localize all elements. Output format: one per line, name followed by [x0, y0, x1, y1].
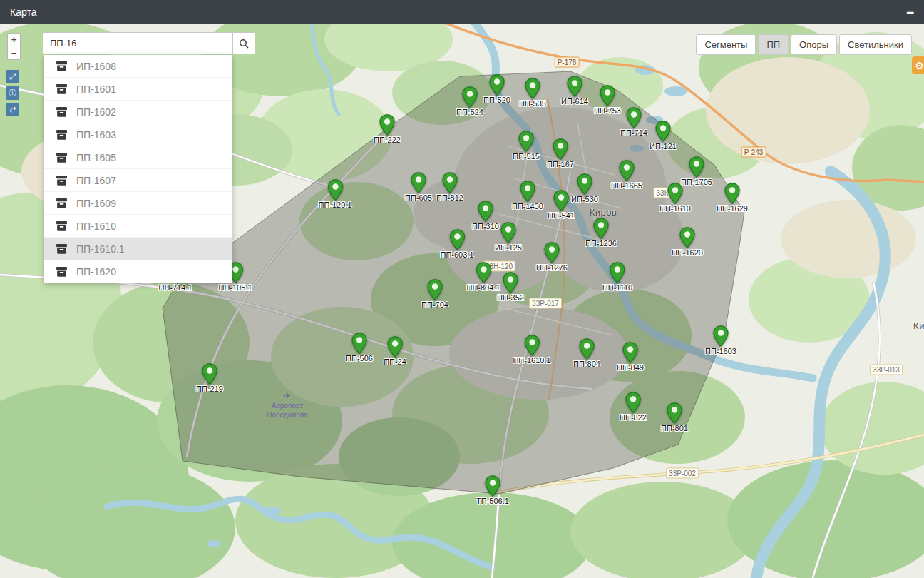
map-pin[interactable]: ПП-849 — [617, 342, 644, 372]
suggestion-item[interactable]: ПП-1610.1 — [44, 238, 232, 260]
archive-box-icon — [56, 107, 67, 117]
map-pin[interactable]: ПП-222 — [374, 114, 401, 144]
archive-box-icon — [56, 176, 67, 186]
layers-swap-button[interactable]: ⇄ — [6, 103, 19, 116]
pin-icon — [622, 342, 638, 363]
settings-gear-button[interactable]: ⚙ — [912, 56, 924, 74]
map-pin[interactable]: ПП-1603 — [705, 325, 736, 355]
map-pin-label: ПП-520 — [483, 96, 510, 104]
window-title: Карта — [10, 6, 36, 18]
map-pin-label: ИП-121 — [650, 142, 677, 151]
map-pin[interactable]: ПП-812 — [436, 172, 463, 202]
map-pin[interactable]: ПП-603.1 — [440, 229, 473, 259]
zoom-out-button[interactable]: − — [7, 46, 21, 60]
pin-icon — [625, 392, 641, 413]
pin-icon — [600, 85, 615, 106]
suggestion-item[interactable]: ПП-1609 — [44, 192, 232, 215]
pin-icon — [713, 325, 729, 347]
map-pin[interactable]: ПП-605 — [405, 172, 432, 202]
archive-box-icon — [56, 198, 67, 208]
map-pin[interactable]: ПП-753 — [594, 85, 621, 115]
pin-icon — [593, 218, 609, 239]
suggestion-label: ИП-1608 — [76, 61, 116, 72]
map-pin[interactable]: ПП-1276 — [536, 242, 568, 272]
map-pin[interactable]: ПП-804 — [573, 338, 600, 368]
suggestion-label: ПП-1620 — [76, 266, 116, 278]
suggestion-item[interactable]: ИП-1608 — [44, 55, 232, 78]
map-pin[interactable]: ПП-822 — [620, 392, 647, 422]
map-pin[interactable]: ПП-1430 — [512, 181, 543, 211]
map-pin[interactable]: ПП-1610.1 — [513, 335, 550, 365]
map-pin[interactable]: ПП-1610 — [659, 183, 691, 213]
map-pin[interactable]: ПП-120.1 — [318, 179, 351, 209]
archive-box-icon — [56, 153, 67, 163]
pin-icon — [462, 86, 478, 108]
map-pin-label: ПП-714 — [620, 128, 647, 137]
suggestion-label: ПП-1607 — [76, 175, 116, 186]
suggestion-item[interactable]: ПП-1602 — [44, 101, 232, 123]
map-pin[interactable]: ПП-167 — [547, 138, 574, 168]
map-pin[interactable]: ПП-219 — [196, 363, 223, 393]
pin-icon — [449, 229, 465, 250]
fullscreen-button[interactable]: ⤢ — [6, 70, 19, 83]
map-pin[interactable]: ПП-804.1 — [466, 262, 500, 292]
map-pin[interactable]: ПП-1110 — [602, 262, 632, 292]
minimize-button[interactable]: − — [906, 6, 914, 19]
map-pin-label: ПП-1629 — [717, 204, 748, 213]
map-pin[interactable]: ИП-614 — [561, 76, 588, 106]
map-pin[interactable]: ПП-714 — [620, 107, 647, 137]
map-pin-label: ПП-535 — [519, 99, 546, 108]
pin-icon — [577, 173, 592, 195]
map-pin-label: ПП-714.1 — [158, 283, 192, 292]
suggestion-label: ПП-1605 — [76, 152, 116, 163]
map-pin[interactable]: ПП-1620 — [672, 227, 703, 257]
pin-icon — [489, 74, 505, 96]
map-pin[interactable]: ПП-704 — [421, 279, 448, 309]
map-pin[interactable]: ПП-1629 — [717, 183, 748, 213]
map-pin[interactable]: ТП-506.1 — [476, 475, 509, 505]
search-button[interactable] — [233, 32, 255, 54]
map-pin[interactable]: ИП-121 — [650, 121, 677, 151]
map-pin[interactable]: ПП-801 — [661, 402, 688, 432]
map-pin-label: ПП-812 — [436, 193, 463, 202]
map-pin[interactable]: ПП-520 — [483, 74, 510, 104]
suggestion-item[interactable]: ПП-1620 — [44, 260, 232, 283]
map-pin[interactable]: ПП-541 — [548, 190, 575, 220]
search-input[interactable] — [43, 32, 233, 54]
map-pin[interactable]: ПП-1236 — [585, 218, 617, 248]
map-pin-label: ПП-822 — [620, 413, 647, 422]
suggestion-item[interactable]: ПП-1603 — [44, 123, 232, 146]
suggestion-item[interactable]: ПП-1607 — [44, 169, 232, 192]
pin-icon — [567, 76, 582, 97]
map-pin[interactable]: ПП-524 — [456, 86, 483, 116]
map-pin-label: ПП-849 — [617, 363, 644, 372]
filter-segments-button[interactable]: Сегменты — [696, 34, 756, 55]
suggestion-item[interactable]: ПП-1605 — [44, 146, 232, 169]
map-pin[interactable]: ПП-1665 — [611, 160, 642, 190]
map-pin-label: ПП-515 — [513, 152, 540, 161]
map-pin[interactable]: ПП-515 — [513, 131, 540, 161]
filter-pp-button[interactable]: ПП — [758, 34, 789, 55]
map-pin[interactable]: ПП-506 — [346, 333, 373, 362]
map-pin[interactable]: ИП-530 — [571, 173, 598, 203]
map-pin[interactable]: ПП-352 — [497, 272, 524, 302]
filter-svetilniki-button[interactable]: Светильники — [839, 34, 912, 55]
search-suggestions: ИП-1608 ПП-1601 ПП-1602 — [44, 55, 232, 283]
map-pin[interactable]: ПП-535 — [519, 78, 546, 108]
pin-icon — [520, 181, 535, 202]
filter-opory-button[interactable]: Опоры — [791, 34, 837, 55]
map-pin-label: ПП-801 — [661, 424, 688, 432]
pin-icon — [379, 114, 395, 136]
map-pin[interactable]: ПП-24 — [384, 336, 406, 366]
archive-box-icon — [56, 130, 67, 140]
map-pin[interactable]: ИП-125 — [495, 222, 522, 252]
info-button[interactable]: ⓘ — [6, 86, 19, 100]
suggestion-item[interactable]: ПП-1601 — [44, 78, 232, 101]
layer-filter-group: СегментыППОпорыСветильники — [696, 34, 912, 55]
map-pin-label: ПП-1610.1 — [513, 356, 550, 365]
zoom-in-button[interactable]: + — [7, 33, 21, 46]
map-pin[interactable]: ПП-1705 — [681, 156, 712, 186]
suggestion-item[interactable]: ПП-1610 — [44, 215, 232, 238]
pin-icon — [689, 156, 704, 178]
map-pin-label: ПП-24 — [384, 358, 406, 366]
